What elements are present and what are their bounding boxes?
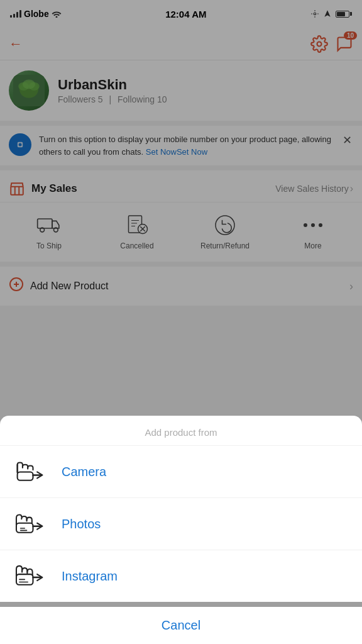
cancel-button[interactable]: Cancel [0, 607, 362, 644]
sheet-title: Add product from [0, 416, 362, 446]
instagram-hand-icon [13, 560, 50, 592]
camera-hand-icon [13, 456, 50, 487]
instagram-label: Instagram [62, 569, 118, 584]
camera-option[interactable]: Camera [0, 446, 362, 498]
bottom-sheet: Add product from Camera [0, 416, 362, 644]
svg-rect-20 [18, 472, 33, 480]
camera-label: Camera [62, 465, 106, 479]
photos-hand-icon [13, 508, 50, 540]
sheet-main: Add product from Camera [0, 416, 362, 602]
instagram-option[interactable]: Instagram [0, 550, 362, 602]
photos-option[interactable]: Photos [0, 498, 362, 550]
photos-label: Photos [62, 517, 101, 531]
